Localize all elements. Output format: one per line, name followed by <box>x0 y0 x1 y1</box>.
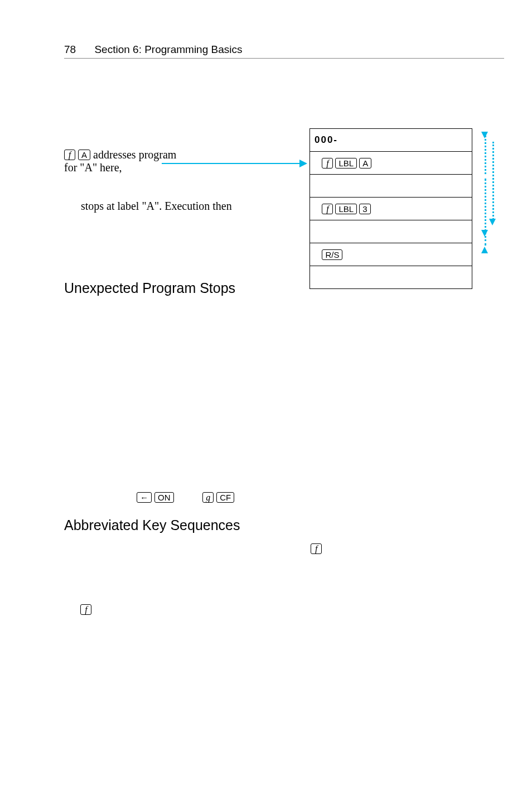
diag-left-line2: stops at label "A". Execution then <box>64 200 287 213</box>
intro-paragraph: For example, consider a long program tha… <box>64 73 504 118</box>
abbrev-paragraph-1: Under certain circumstances the f prefix… <box>64 541 504 586</box>
arrow-head-icon <box>299 160 307 167</box>
f-key-icon: f <box>322 158 333 169</box>
arrow-line <box>162 163 301 164</box>
flow-arrows <box>477 132 506 254</box>
arrow-down-icon <box>489 219 496 225</box>
dotted-line-icon <box>485 133 486 174</box>
back-key-icon: ← <box>137 492 152 503</box>
press-key-paragraph: Pressing Any Key. Pressing any key will … <box>64 304 504 349</box>
for-a-here-text: for "A" here, <box>64 161 122 174</box>
lbl-key-icon: LBL <box>335 204 357 214</box>
f-key: f <box>64 150 75 160</box>
overflow-paragraph: If the program stops because of an overf… <box>64 415 504 505</box>
mem-row-empty-3 <box>310 266 472 288</box>
diag-left-line1: f A addresses program for "A" here, <box>64 148 287 174</box>
mem-row-lbl-a: fLBLA <box>310 152 472 175</box>
mem-row-000: 000- <box>310 129 472 152</box>
arrow-up-icon <box>481 247 488 253</box>
arrow-down-icon <box>481 230 488 237</box>
error-stops-paragraph: Error Stops. Program execution stops aut… <box>64 359 504 405</box>
three-key-icon: 3 <box>359 204 370 214</box>
g-key-icon: g <box>202 492 214 503</box>
dotted-line-icon <box>492 142 494 220</box>
a-key: A <box>78 150 90 160</box>
f-key-icon: f <box>311 543 322 554</box>
section-title: Section 6: Programming Basics <box>94 44 242 55</box>
on-key-icon: ON <box>154 492 174 503</box>
mem-row-rs: R/S <box>310 243 472 266</box>
mem-row-empty-1 <box>310 175 472 198</box>
a-key-icon: A <box>359 158 371 169</box>
f-key-icon: f <box>322 204 333 214</box>
lbl-key-icon: LBL <box>335 158 357 169</box>
cf-key-icon: CF <box>216 492 234 503</box>
mem-row-lbl-3: fLBL3 <box>310 198 472 220</box>
abbrev-paragraph-2: the f is unnecessary (but still effectiv… <box>64 602 504 617</box>
f-key-icon: f <box>80 604 91 615</box>
program-memory-box: 000- fLBLA fLBL3 R/S <box>309 128 472 289</box>
mem-row-empty-2 <box>310 220 472 243</box>
heading-abbrev-keys: Abbreviated Key Sequences <box>64 517 504 533</box>
rs-key-icon: R/S <box>322 249 342 260</box>
header-rule <box>64 58 504 59</box>
page-header: 78 Section 6: Programming Basics <box>64 44 504 56</box>
program-flow-diagram: f A addresses program for "A" here, stop… <box>64 128 504 268</box>
page-number: 78 <box>64 44 76 55</box>
